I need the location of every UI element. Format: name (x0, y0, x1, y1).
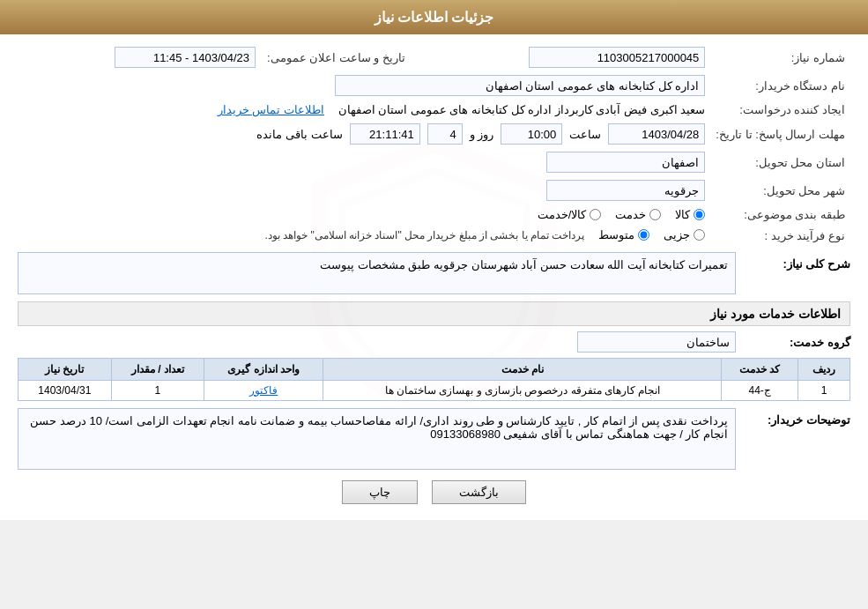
mohlat-saat-input[interactable] (501, 123, 562, 145)
tabaqe-label: طبقه بندی موضوعی: (710, 204, 850, 225)
table-row: 1 ج-44 انجام کارهای متفرقه درخصوص بازساز… (19, 381, 850, 401)
khadamat-section-title: اطلاعات خدمات مورد نیاز (18, 301, 850, 326)
mohlat-baqi-input[interactable] (350, 123, 420, 145)
groheKhadamat-input[interactable] (577, 331, 736, 353)
farayand-note: پرداخت تمام یا بخشی از مبلغ خریدار محل "… (264, 229, 584, 241)
tozihat-value: پرداخت نقدی پس از اتمام کار , تایید کارش… (18, 408, 736, 470)
sharh-label: شرح کلی نیاز: (736, 252, 850, 271)
groheKhadamat-label: گروه خدمت: (736, 336, 850, 349)
noFarayand-label: نوع فرآیند خرید : (710, 225, 850, 247)
sharh-value: تعمیرات کتابخانه آیت الله سعادت حسن آباد… (18, 252, 736, 294)
tabaqe-kala-item: کالا (675, 208, 705, 221)
tabaqe-khadamat-item: خدمت (615, 208, 661, 221)
farayand-jozi-item: جزیی (664, 228, 705, 241)
mohlat-rooz-input[interactable] (427, 123, 463, 145)
tabaqe-kala-label: کالا (675, 208, 690, 221)
row-nam: انجام کارهای متفرقه درخصوص بازسازی و بهس… (323, 381, 722, 401)
farayand-motavasset-radio[interactable] (638, 229, 649, 241)
taarikh-label: تاریخ و ساعت اعلان عمومی: (261, 43, 411, 71)
buttons-row: بازگشت چاپ (18, 480, 850, 504)
ijadKonande-value: سعید اکبری فیض آبادی کاربرداز اداره کل ک… (338, 103, 706, 116)
col-radif: ردیف (798, 359, 850, 381)
col-kod: کد خدمت (722, 359, 798, 381)
tabaqe-khadamat-label: خدمت (615, 208, 646, 221)
shahr-input[interactable] (546, 180, 705, 201)
mohlat-label: مهلت ارسال پاسخ: تا تاریخ: (710, 120, 850, 148)
page-title: جزئیات اطلاعات نیاز (375, 10, 494, 25)
row-kod: ج-44 (722, 381, 798, 401)
page-header: جزئیات اطلاعات نیاز (0, 0, 868, 34)
ijadKonande-label: ایجاد کننده درخواست: (710, 100, 850, 120)
row-radif: 1 (798, 381, 850, 401)
farayand-motavasset-label: متوسط (598, 228, 634, 241)
tabaqe-khadamat-radio[interactable] (649, 209, 661, 220)
tabaqe-kalaKhadamat-radio[interactable] (590, 209, 601, 220)
col-taarikh: تاریخ نیاز (19, 359, 112, 381)
mohlat-saat-label: ساعت (569, 128, 601, 141)
col-nam: نام خدمت (323, 359, 722, 381)
tabaqe-kalaKhadamat-label: کالا/خدمت (538, 208, 587, 221)
tozihat-label: توضیحات خریدار: (736, 408, 850, 427)
shomareNiaz-input[interactable] (529, 47, 705, 68)
mohlat-baqi-label: ساعت باقی مانده (256, 128, 342, 141)
farayand-motavasset-item: متوسط (598, 228, 649, 241)
mohlat-date-input[interactable] (608, 123, 705, 145)
bazgasht-button[interactable]: بازگشت (432, 480, 526, 504)
shomareNiaz-label: شماره نیاز: (710, 43, 850, 71)
ostan-input[interactable] (546, 152, 705, 173)
col-vahad: واحد اندازه گیری (204, 359, 323, 381)
row-vahad[interactable]: فاکتور (204, 381, 323, 401)
farayand-jozi-label: جزیی (664, 228, 690, 241)
row-taarikh: 1403/04/31 (19, 381, 112, 401)
namDastgah-input[interactable] (335, 75, 705, 96)
taarikh-input[interactable] (115, 47, 256, 68)
shahr-label: شهر محل تحویل: (710, 176, 850, 204)
ettelaatTamas-link[interactable]: اطلاعات تماس خریدار (218, 103, 324, 116)
mohlat-rooz-label: روز و (470, 128, 494, 141)
farayand-jozi-radio[interactable] (694, 229, 705, 241)
row-tedad: 1 (111, 381, 204, 401)
tabaqe-kalaKhadamat-item: کالا/خدمت (538, 208, 602, 221)
col-tedad: تعداد / مقدار (111, 359, 204, 381)
namDastgah-label: نام دستگاه خریدار: (710, 71, 850, 100)
chap-button[interactable]: چاپ (342, 480, 418, 504)
ostan-label: استان محل تحویل: (710, 148, 850, 176)
tabaqe-kala-radio[interactable] (694, 209, 705, 220)
